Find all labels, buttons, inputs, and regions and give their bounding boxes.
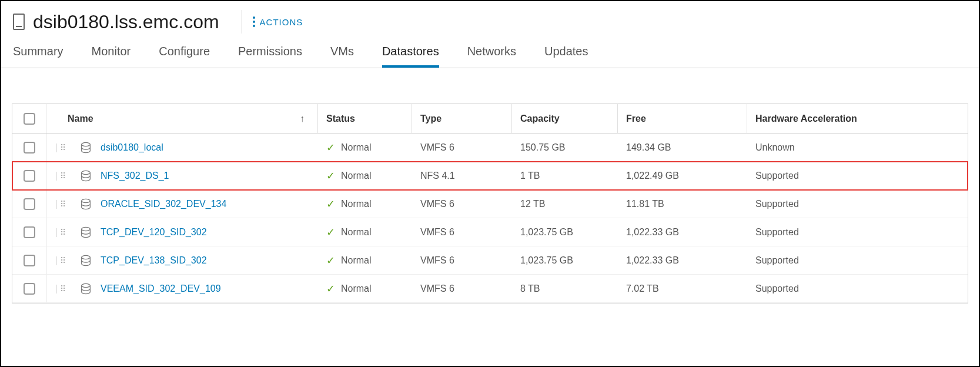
status-cell: ✓ Normal xyxy=(318,190,412,218)
tab-monitor[interactable]: Monitor xyxy=(92,45,131,68)
status-text: Normal xyxy=(341,199,372,209)
datastore-link[interactable]: dsib0180_local xyxy=(101,142,163,153)
row-checkbox[interactable] xyxy=(24,170,35,182)
free-cell: 1,022.33 GB xyxy=(618,246,747,274)
actions-button[interactable]: ACTIONS xyxy=(253,16,303,27)
tab-datastores[interactable]: Datastores xyxy=(382,45,439,68)
column-label: Name xyxy=(68,114,93,124)
datastore-link[interactable]: ORACLE_SID_302_DEV_134 xyxy=(101,199,226,209)
column-header-capacity[interactable]: Capacity xyxy=(512,104,618,133)
tab-networks[interactable]: Networks xyxy=(467,45,516,68)
status-cell: ✓ Normal xyxy=(318,134,412,161)
svg-point-5 xyxy=(82,283,91,287)
free-cell: 11.81 TB xyxy=(618,190,747,218)
divider: | xyxy=(55,199,58,209)
datastore-name-cell: NFS_302_DS_1 xyxy=(71,162,318,189)
column-header-status[interactable]: Status xyxy=(318,104,412,133)
type-cell: VMFS 6 xyxy=(412,275,512,302)
row-checkbox[interactable] xyxy=(24,283,35,295)
capacity-cell: 1 TB xyxy=(512,162,618,189)
row-drag-cell: | ⠿ xyxy=(46,246,71,274)
row-checkbox-cell xyxy=(12,275,46,302)
column-label: Capacity xyxy=(520,114,560,124)
actions-label: ACTIONS xyxy=(260,17,303,27)
status-cell: ✓ Normal xyxy=(318,218,412,246)
svg-point-0 xyxy=(82,142,91,146)
header-checkbox-cell xyxy=(12,104,46,133)
row-checkbox[interactable] xyxy=(24,198,35,210)
capacity-cell: 150.75 GB xyxy=(512,134,618,161)
row-checkbox[interactable] xyxy=(24,226,35,238)
check-icon: ✓ xyxy=(326,226,335,239)
capacity-cell: 8 TB xyxy=(512,275,618,302)
row-drag-cell: | ⠿ xyxy=(46,275,71,302)
datastore-icon xyxy=(79,226,92,239)
column-label: Free xyxy=(626,114,646,124)
hw-accel-cell: Supported xyxy=(747,190,968,218)
drag-handle-icon[interactable]: ⠿ xyxy=(60,143,65,152)
datastore-link[interactable]: TCP_DEV_138_SID_302 xyxy=(101,255,207,266)
status-text: Normal xyxy=(341,227,372,238)
check-icon: ✓ xyxy=(326,141,335,154)
check-icon: ✓ xyxy=(326,169,335,182)
capacity-cell: 1,023.75 GB xyxy=(512,218,618,246)
row-checkbox[interactable] xyxy=(24,255,35,266)
check-icon: ✓ xyxy=(326,254,335,267)
row-drag-cell: | ⠿ xyxy=(46,190,71,218)
datastore-link[interactable]: VEEAM_SID_302_DEV_109 xyxy=(101,283,221,294)
column-header-type[interactable]: Type xyxy=(412,104,512,133)
type-cell: NFS 4.1 xyxy=(412,162,512,189)
divider: | xyxy=(55,255,58,266)
table-row[interactable]: | ⠿ NFS_302_DS_1 ✓ Normal NFS 4.1 1 TB 1… xyxy=(12,162,968,190)
svg-point-1 xyxy=(82,171,91,174)
row-checkbox-cell xyxy=(12,218,46,246)
capacity-cell: 12 TB xyxy=(512,190,618,218)
column-header-hw-accel[interactable]: Hardware Acceleration xyxy=(747,104,968,133)
row-checkbox[interactable] xyxy=(24,142,35,154)
row-drag-cell: | ⠿ xyxy=(46,162,71,189)
table-row[interactable]: | ⠿ ORACLE_SID_302_DEV_134 ✓ Normal VMFS… xyxy=(12,190,968,218)
tab-permissions[interactable]: Permissions xyxy=(238,45,302,68)
drag-handle-icon[interactable]: ⠿ xyxy=(60,171,65,181)
tab-vms[interactable]: VMs xyxy=(330,45,354,68)
free-cell: 1,022.49 GB xyxy=(618,162,747,189)
datastores-table: Name ↑ Status Type Capacity Free Hardwar… xyxy=(12,104,968,303)
divider: | xyxy=(55,227,58,238)
column-label: Hardware Acceleration xyxy=(755,114,857,124)
page-title: dsib0180.lss.emc.com xyxy=(33,11,219,33)
drag-handle-icon[interactable]: ⠿ xyxy=(60,284,65,293)
table-row[interactable]: | ⠿ TCP_DEV_120_SID_302 ✓ Normal VMFS 6 … xyxy=(12,218,968,246)
datastore-link[interactable]: TCP_DEV_120_SID_302 xyxy=(101,227,207,238)
datastore-icon xyxy=(79,169,92,182)
type-cell: VMFS 6 xyxy=(412,246,512,274)
hw-accel-cell: Supported xyxy=(747,275,968,302)
divider: | xyxy=(55,283,58,294)
datastore-name-cell: TCP_DEV_120_SID_302 xyxy=(71,218,318,246)
drag-handle-icon[interactable]: ⠿ xyxy=(60,199,65,209)
free-cell: 149.34 GB xyxy=(618,134,747,161)
hw-accel-cell: Supported xyxy=(747,162,968,189)
datastore-link[interactable]: NFS_302_DS_1 xyxy=(101,171,169,181)
drag-handle-icon[interactable]: ⠿ xyxy=(60,228,65,237)
table-row[interactable]: | ⠿ dsib0180_local ✓ Normal VMFS 6 150.7… xyxy=(12,134,968,162)
hw-accel-cell: Supported xyxy=(747,218,968,246)
datastore-icon xyxy=(79,254,92,267)
hw-accel-cell: Unknown xyxy=(747,134,968,161)
divider: | xyxy=(55,142,58,153)
table-row[interactable]: | ⠿ TCP_DEV_138_SID_302 ✓ Normal VMFS 6 … xyxy=(12,246,968,275)
tab-updates[interactable]: Updates xyxy=(544,45,588,68)
row-checkbox-cell xyxy=(12,246,46,274)
status-cell: ✓ Normal xyxy=(318,246,412,274)
tab-summary[interactable]: Summary xyxy=(13,45,63,68)
column-header-name[interactable]: Name ↑ xyxy=(46,104,318,133)
select-all-checkbox[interactable] xyxy=(24,113,35,125)
datastore-name-cell: TCP_DEV_138_SID_302 xyxy=(71,246,318,274)
drag-handle-icon[interactable]: ⠿ xyxy=(60,256,65,265)
tab-configure[interactable]: Configure xyxy=(159,45,210,68)
column-label: Type xyxy=(420,114,441,124)
table-row[interactable]: | ⠿ VEEAM_SID_302_DEV_109 ✓ Normal VMFS … xyxy=(12,275,968,303)
column-header-free[interactable]: Free xyxy=(618,104,747,133)
datastore-name-cell: VEEAM_SID_302_DEV_109 xyxy=(71,275,318,302)
status-cell: ✓ Normal xyxy=(318,162,412,189)
table-header-row: Name ↑ Status Type Capacity Free Hardwar… xyxy=(12,104,968,134)
